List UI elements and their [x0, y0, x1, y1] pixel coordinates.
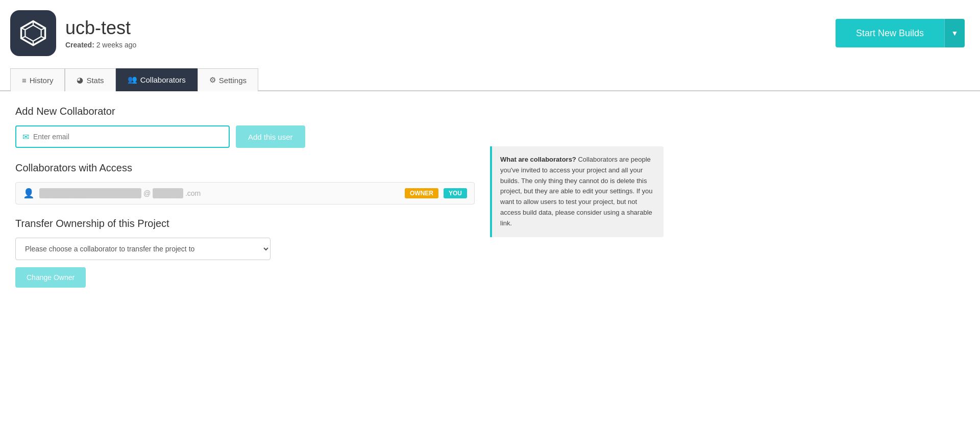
add-user-button[interactable]: Add this user: [236, 125, 305, 148]
add-collaborator-section: Add New Collaborator ✉ Add this user: [15, 106, 475, 148]
info-panel: What are collaborators? Collaborators ar…: [490, 106, 664, 288]
tab-stats[interactable]: ◕ Stats: [65, 68, 115, 91]
collaborators-title: Collaborators with Access: [15, 162, 475, 174]
envelope-icon: ✉: [22, 132, 29, 142]
collaborators-section: Collaborators with Access 👤 ████████ @ █…: [15, 162, 475, 204]
start-builds-group: Start New Builds ▼: [836, 19, 965, 47]
project-name: ucb-test: [65, 17, 136, 39]
info-body: Collaborators are people you've invited …: [500, 156, 652, 227]
transfer-title: Transfer Ownership of this Project: [15, 218, 475, 229]
chevron-down-icon: ▼: [951, 29, 959, 37]
info-box: What are collaborators? Collaborators ar…: [490, 146, 664, 237]
tab-collaborators[interactable]: 👥 Collaborators: [116, 68, 198, 91]
add-collaborator-title: Add New Collaborator: [15, 106, 475, 117]
info-bold: What are collaborators?: [500, 156, 576, 163]
you-badge: YOU: [444, 188, 467, 198]
collaborator-row: 👤 ████████ @ ████ .com OWNER YOU: [15, 182, 475, 204]
user-icon: 👤: [23, 188, 34, 199]
tab-history[interactable]: ≡ History: [10, 68, 65, 91]
transfer-select-wrapper: Please choose a collaborator to transfer…: [15, 238, 475, 260]
svg-marker-1: [25, 25, 41, 41]
project-created: Created: 2 weeks ago: [65, 41, 136, 49]
email-input-wrapper: ✉: [15, 125, 230, 148]
history-icon: ≡: [22, 76, 27, 85]
tab-settings[interactable]: ⚙ Settings: [198, 68, 258, 91]
transfer-section: Transfer Ownership of this Project Pleas…: [15, 218, 475, 288]
left-panel: Add New Collaborator ✉ Add this user Col…: [15, 106, 475, 288]
owner-badge: OWNER: [405, 188, 438, 198]
unity-logo: [10, 10, 56, 56]
start-new-builds-button[interactable]: Start New Builds: [836, 19, 944, 47]
transfer-collaborator-select[interactable]: Please choose a collaborator to transfer…: [15, 238, 271, 260]
page-header: ucb-test Created: 2 weeks ago Start New …: [0, 0, 980, 66]
project-info: ucb-test Created: 2 weeks ago: [65, 17, 136, 49]
collaborators-icon: 👥: [128, 75, 137, 84]
change-owner-button[interactable]: Change Owner: [15, 267, 86, 288]
stats-icon: ◕: [77, 75, 83, 85]
start-builds-dropdown-button[interactable]: ▼: [944, 19, 965, 47]
collaborator-email: ████████ @ ████ .com: [39, 188, 400, 198]
main-content: Add New Collaborator ✉ Add this user Col…: [0, 91, 980, 302]
settings-icon: ⚙: [209, 75, 216, 85]
tab-bar: ≡ History ◕ Stats 👥 Collaborators ⚙ Sett…: [0, 68, 980, 91]
project-identity: ucb-test Created: 2 weeks ago: [10, 10, 136, 56]
email-input[interactable]: [33, 133, 223, 141]
add-collaborator-row: ✉ Add this user: [15, 125, 475, 148]
